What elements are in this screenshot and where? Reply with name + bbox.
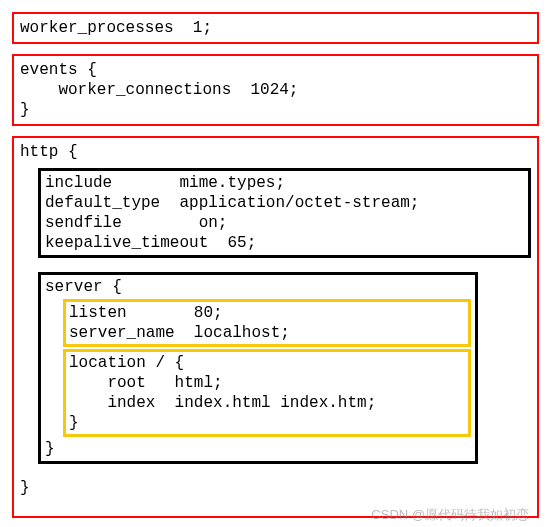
http-core-lines: include mime.types; default_type applica…: [45, 173, 524, 253]
http-core-block: include mime.types; default_type applica…: [38, 168, 531, 258]
worker-processes-block: worker_processes 1;: [12, 12, 539, 44]
events-block: events { worker_connections 1024; }: [12, 54, 539, 126]
server-block: server { listen 80; server_name localhos…: [38, 272, 478, 464]
server-open: server {: [45, 277, 471, 297]
events-close: }: [20, 100, 531, 120]
events-body: worker_connections 1024;: [20, 80, 531, 100]
server-listen-block: listen 80; server_name localhost;: [63, 299, 471, 347]
worker-processes-line: worker_processes 1;: [20, 18, 531, 38]
server-location-block: location / { root html; index index.html…: [63, 349, 471, 437]
http-close: }: [20, 478, 531, 498]
http-block: http { include mime.types; default_type …: [12, 136, 539, 518]
server-location-lines: location / { root html; index index.html…: [69, 353, 465, 433]
server-listen-lines: listen 80; server_name localhost;: [69, 303, 465, 343]
events-open: events {: [20, 60, 531, 80]
http-open: http {: [20, 142, 531, 162]
server-close: }: [45, 439, 471, 459]
